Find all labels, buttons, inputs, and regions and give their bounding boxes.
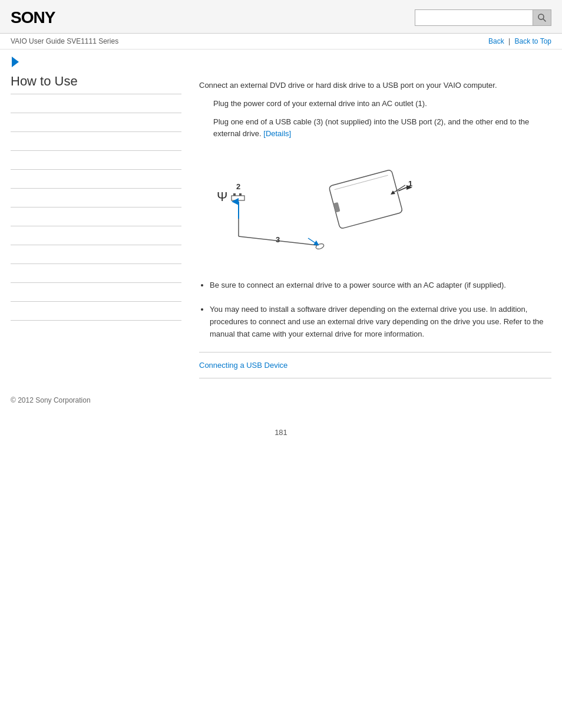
search-area [415, 9, 551, 26]
svg-text:2: 2 [236, 182, 240, 191]
back-link[interactable]: Back [488, 37, 504, 45]
header: SONY [0, 0, 562, 34]
sidebar-item-11[interactable] [11, 283, 181, 302]
svg-rect-5 [239, 193, 242, 196]
guide-title: VAIO User Guide SVE1111 Series [11, 37, 118, 45]
svg-point-0 [538, 14, 544, 19]
related-section: Connecting a USB Device [199, 352, 551, 378]
sidebar-item-12[interactable] [11, 302, 181, 321]
back-to-top-link[interactable]: Back to Top [515, 37, 551, 45]
sidebar-item-7[interactable] [11, 207, 181, 226]
sidebar-item-3[interactable] [11, 132, 181, 151]
sidebar-item-5[interactable] [11, 170, 181, 189]
copyright-text: © 2012 Sony Corporation [11, 396, 91, 404]
sony-logo: SONY [11, 8, 55, 27]
usb-diagram-svg: Ψ 2 3 [199, 151, 435, 269]
page-number: 181 [0, 416, 562, 449]
svg-rect-4 [233, 193, 236, 196]
intro-text: Connect an external DVD drive or hard di… [199, 80, 551, 92]
search-input[interactable] [415, 9, 533, 26]
step2-text: Plug one end of a USB cable (3) (not sup… [213, 116, 551, 141]
svg-line-12 [308, 238, 317, 244]
bullet-item-1: Be sure to connect an external drive to … [210, 279, 551, 292]
bullet-list: Be sure to connect an external drive to … [210, 279, 551, 340]
bullet-item-2: You may need to install a software drive… [210, 304, 551, 340]
connecting-usb-link[interactable]: Connecting a USB Device [199, 361, 287, 370]
sidebar-item-6[interactable] [11, 189, 181, 207]
details-link[interactable]: [Details] [263, 129, 291, 138]
step2-main: Plug one end of a USB cable (3) (not sup… [213, 117, 529, 139]
sidebar-item-8[interactable] [11, 226, 181, 245]
svg-rect-3 [232, 196, 244, 200]
sidebar: How to Use [11, 74, 193, 378]
svg-text:3: 3 [276, 235, 280, 244]
diagram-area: Ψ 2 3 [199, 151, 551, 269]
sidebar-item-9[interactable] [11, 245, 181, 264]
search-icon [537, 13, 547, 22]
sidebar-item-4[interactable] [11, 151, 181, 170]
nav-separator: | [508, 37, 510, 45]
breadcrumb-area [0, 50, 562, 74]
main-layout: How to Use Connect an external DVD drive… [0, 74, 562, 378]
svg-text:Ψ: Ψ [217, 189, 227, 204]
sub-header: VAIO User Guide SVE1111 Series Back | Ba… [0, 34, 562, 50]
sidebar-item-1[interactable] [11, 94, 181, 113]
footer: © 2012 Sony Corporation [0, 378, 562, 416]
nav-links: Back | Back to Top [488, 37, 551, 45]
content-area: Connect an external DVD drive or hard di… [193, 74, 551, 378]
svg-line-1 [543, 19, 546, 22]
sidebar-item-2[interactable] [11, 113, 181, 132]
svg-rect-13 [329, 170, 403, 229]
search-button[interactable] [533, 9, 551, 26]
breadcrumb-chevron-icon [12, 57, 19, 67]
sidebar-item-10[interactable] [11, 264, 181, 283]
sidebar-title: How to Use [11, 74, 181, 94]
step1-text: Plug the power cord of your external dri… [213, 98, 551, 110]
